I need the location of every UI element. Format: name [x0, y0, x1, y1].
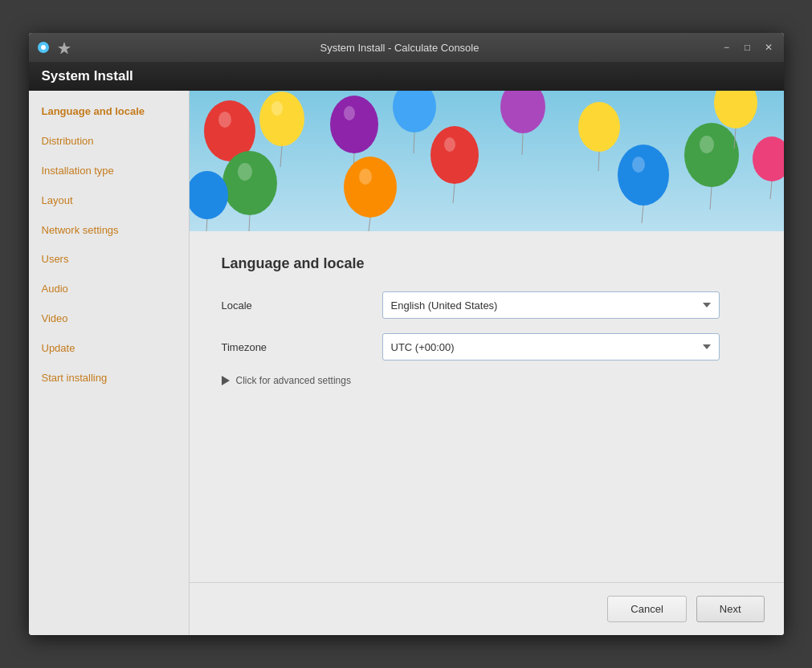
titlebar-app-icons — [35, 39, 72, 55]
svg-point-35 — [444, 137, 455, 152]
svg-point-14 — [344, 157, 397, 218]
svg-point-33 — [238, 163, 252, 181]
svg-point-4 — [259, 92, 304, 146]
svg-point-30 — [218, 112, 231, 128]
sidebar-item-start-installing[interactable]: Start installing — [29, 364, 189, 393]
window-title: System Install - Calculate Console — [82, 42, 718, 54]
svg-point-16 — [430, 126, 479, 184]
svg-point-6 — [330, 96, 378, 153]
svg-point-22 — [618, 145, 669, 206]
app-title: System Install — [42, 68, 133, 84]
app-header: System Install — [29, 62, 784, 91]
sidebar-item-network-settings[interactable]: Network settings — [29, 216, 189, 246]
banner — [190, 91, 784, 231]
svg-point-24 — [684, 123, 739, 187]
sidebar-item-audio[interactable]: Audio — [29, 275, 189, 304]
sidebar-item-layout[interactable]: Layout — [29, 186, 189, 216]
sidebar-item-installation-type[interactable]: Installation type — [29, 157, 189, 186]
app-icon-2 — [56, 39, 72, 55]
cancel-button[interactable]: Cancel — [607, 596, 686, 622]
section-title: Language and locale — [222, 255, 752, 272]
timezone-label: Timezone — [222, 341, 382, 353]
sidebar-item-update[interactable]: Update — [29, 334, 189, 364]
advanced-arrow-icon — [222, 376, 230, 385]
locale-row: Locale English (United States) — [222, 291, 752, 319]
footer: Cancel Next — [190, 582, 784, 635]
svg-point-10 — [222, 151, 277, 215]
main-panel: Language and locale Locale English (Unit… — [190, 91, 784, 635]
next-button[interactable]: Next — [696, 596, 765, 622]
svg-point-20 — [578, 102, 620, 152]
advanced-settings-toggle[interactable]: Click for advanced settings — [222, 375, 752, 386]
advanced-settings-label: Click for advanced settings — [236, 375, 351, 386]
locale-label: Locale — [222, 299, 382, 312]
timezone-row: Timezone UTC (+00:00) — [222, 333, 752, 360]
sidebar-item-video[interactable]: Video — [29, 304, 189, 334]
balloons-svg — [190, 91, 784, 231]
timezone-select[interactable]: UTC (+00:00) — [382, 333, 720, 360]
titlebar: System Install - Calculate Console − □ ✕ — [29, 33, 784, 62]
sidebar-item-users[interactable]: Users — [29, 245, 189, 275]
svg-point-32 — [344, 106, 355, 120]
main-window: System Install - Calculate Console − □ ✕… — [29, 33, 784, 635]
sidebar-item-language-locale[interactable]: Language and locale — [29, 97, 189, 127]
svg-point-37 — [632, 157, 645, 173]
svg-point-34 — [359, 169, 372, 185]
window-controls: − □ ✕ — [718, 39, 777, 56]
form-area: Language and locale Locale English (Unit… — [190, 231, 784, 582]
sidebar-item-distribution[interactable]: Distribution — [29, 127, 189, 157]
content-area: Language and locale Distribution Install… — [29, 91, 784, 635]
close-button[interactable]: ✕ — [760, 39, 777, 56]
svg-point-31 — [271, 101, 283, 116]
minimize-button[interactable]: − — [718, 39, 736, 56]
app-icon — [35, 39, 51, 55]
sidebar: Language and locale Distribution Install… — [29, 91, 190, 635]
maximize-button[interactable]: □ — [739, 39, 757, 56]
svg-point-36 — [700, 136, 714, 153]
locale-select[interactable]: English (United States) — [382, 291, 720, 319]
